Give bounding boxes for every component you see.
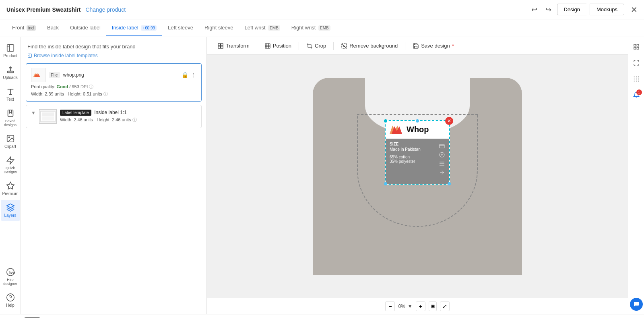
zoom-dropdown-arrow[interactable]: ▼ <box>408 303 413 309</box>
tab-outside-label[interactable]: Outside label <box>64 20 106 36</box>
fit-view-button[interactable]: ▣ <box>429 301 437 311</box>
label-tag: Label template <box>60 110 91 116</box>
undo-button[interactable]: ↩ <box>529 4 540 16</box>
expand-button[interactable] <box>630 56 643 69</box>
tab-left-wrist-badge: EMB <box>268 25 280 31</box>
handle-bottom-right[interactable] <box>448 182 451 185</box>
footer: + ! Unisex Premium Sweatshirt | Cotton H… <box>0 314 644 318</box>
filename: whop.png <box>63 72 84 78</box>
svg-rect-18 <box>218 46 220 48</box>
redo-button[interactable]: ↪ <box>543 4 554 16</box>
svg-point-39 <box>638 79 639 79</box>
remove-background-button[interactable]: Remove background <box>337 41 402 51</box>
svg-point-41 <box>636 81 637 81</box>
browse-templates-link[interactable]: Browse inside label templates <box>27 53 200 58</box>
svg-rect-30 <box>634 44 636 46</box>
svg-rect-2 <box>8 110 13 117</box>
whop-icon <box>390 124 404 135</box>
layer-item-label-template[interactable]: ▼ Label template Inside label 1:1 <box>26 105 202 128</box>
layer-item-file[interactable]: File whop.png 🔒 ⋮ Print quality: Good / … <box>26 63 202 102</box>
crop-label: Crop <box>315 43 326 49</box>
design-button[interactable]: Design <box>557 4 586 15</box>
tab-back[interactable]: Back <box>41 20 64 36</box>
svg-rect-32 <box>637 47 639 49</box>
care-icons <box>439 142 445 176</box>
svg-point-36 <box>638 77 639 77</box>
handle-bottom-left[interactable] <box>384 182 387 185</box>
position-button[interactable]: Position <box>260 41 295 51</box>
sidebar-item-text[interactable]: Text <box>1 84 20 105</box>
svg-rect-33 <box>634 47 636 49</box>
fullscreen-button[interactable]: ⤢ <box>440 301 450 311</box>
zoom-out-button[interactable]: − <box>385 301 395 311</box>
label-dims: Width: 2.46 units Height: 2.46 units ⓘ <box>60 117 137 123</box>
tab-inside-label-badge: +€0.99 <box>141 25 157 31</box>
layer-item-header: File whop.png 🔒 ⋮ <box>31 68 196 82</box>
svg-rect-1 <box>7 71 13 73</box>
tab-front[interactable]: Front incl <box>6 20 41 36</box>
svg-rect-14 <box>42 112 54 116</box>
handle-top-middle[interactable] <box>416 119 419 123</box>
design-block[interactable]: ✕ Whop SIZE <box>385 120 450 185</box>
toolbar-divider-3 <box>333 42 334 50</box>
lock-icon[interactable]: 🔒 <box>182 72 188 78</box>
tab-right-wrist[interactable]: Right wrist EMB <box>286 20 336 36</box>
left-panel: Find the inside label design that fits y… <box>21 37 207 314</box>
change-product-link[interactable]: Change product <box>85 6 126 13</box>
grid-view-button[interactable] <box>630 40 643 53</box>
save-design-button[interactable]: Save design* <box>409 41 458 51</box>
toolbar-divider-2 <box>299 42 299 50</box>
sidebar-item-quick-designs[interactable]: Quick Designs <box>1 153 20 177</box>
svg-text:fiverr.: fiverr. <box>8 271 15 274</box>
position-label: Position <box>273 43 291 49</box>
transform-button[interactable]: Transform <box>213 41 254 51</box>
sidebar-item-uploads[interactable]: Uploads <box>1 62 20 83</box>
label-thumb <box>39 109 57 124</box>
tab-left-sleeve[interactable]: Left sleeve <box>162 20 199 36</box>
sidebar-item-saved[interactable]: Saved designs <box>1 106 20 130</box>
svg-point-40 <box>634 81 634 81</box>
svg-point-38 <box>636 79 637 79</box>
svg-rect-15 <box>42 117 54 121</box>
zoom-in-button[interactable]: + <box>416 301 425 311</box>
delete-handle[interactable]: ✕ <box>445 117 453 125</box>
sidebar-item-product[interactable]: Product <box>1 40 20 61</box>
print-quality: Print quality: Good / 953 DPI ⓘ <box>31 84 196 90</box>
layer-item-actions: 🔒 ⋮ <box>182 72 196 78</box>
tab-inside-label[interactable]: Inside label +€0.99 <box>106 20 162 36</box>
left-panel-header: Find the inside label design that fits y… <box>21 37 206 62</box>
tab-right-sleeve[interactable]: Right sleeve <box>199 20 239 36</box>
tab-left-wrist[interactable]: Left wrist EMB <box>239 20 285 36</box>
tab-right-wrist-badge: EMB <box>318 25 330 31</box>
toolbar-divider-1 <box>257 42 257 50</box>
material-text: 65% cotton35% polyester <box>390 155 421 164</box>
save-design-label: Save design <box>421 43 450 49</box>
handle-top-left[interactable] <box>384 119 387 123</box>
sidebar-item-premium[interactable]: Premium <box>1 178 20 199</box>
collapse-arrow-icon[interactable]: ▼ <box>31 110 37 116</box>
close-button[interactable]: ✕ <box>631 5 638 15</box>
main-layout: Product Uploads Text Saved designs Clipa… <box>0 37 644 314</box>
transform-label: Transform <box>226 43 250 49</box>
canvas-wrapper[interactable]: ✕ Whop SIZE <box>207 55 628 298</box>
canvas-area: Transform Position Crop Remove backgroun… <box>207 37 628 314</box>
design-block-logo: Whop <box>386 121 449 139</box>
label-template-info: Label template Inside label 1:1 Width: 2… <box>60 109 137 123</box>
tab-front-badge: incl <box>27 25 36 31</box>
mockups-button[interactable]: Mockups <box>590 4 624 15</box>
sidebar-item-clipart[interactable]: Clipart <box>1 131 20 152</box>
file-tag: File <box>49 72 60 78</box>
chat-button[interactable] <box>630 298 643 311</box>
more-options-icon[interactable]: ⋮ <box>191 72 196 78</box>
zoom-control: 0% ▼ <box>398 303 412 309</box>
sidebar-item-help[interactable]: Help <box>1 290 20 311</box>
sidebar-item-layers[interactable]: Layers <box>1 200 20 221</box>
dotted-grid-button[interactable] <box>630 73 643 85</box>
notifications-button[interactable]: 1 <box>630 89 643 102</box>
svg-point-4 <box>8 137 10 138</box>
garment-background: ✕ Whop SIZE <box>313 78 522 275</box>
label-name: Inside label 1:1 <box>94 110 127 115</box>
toolbar-divider-4 <box>405 42 405 50</box>
crop-button[interactable]: Crop <box>302 41 330 51</box>
sidebar-item-hire-designer[interactable]: fiverr. Hire designer <box>1 264 20 289</box>
